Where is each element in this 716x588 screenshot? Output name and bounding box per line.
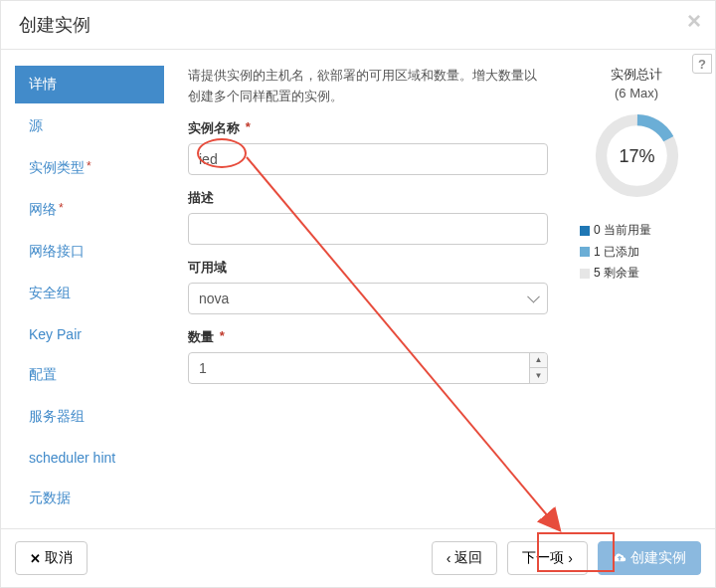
name-label: 实例名称 *: [188, 119, 548, 137]
sidebar-item-servergroups[interactable]: 服务器组: [15, 398, 164, 436]
sidebar-item-secgroups[interactable]: 安全组: [15, 275, 164, 312]
donut-percent: 17%: [619, 146, 654, 166]
count-input[interactable]: [188, 352, 548, 384]
legend-swatch: [580, 247, 590, 257]
required-asterisk: *: [220, 328, 225, 343]
chevron-right-icon: ›: [568, 550, 573, 566]
required-asterisk: *: [246, 119, 251, 134]
sidebar-item-label: 元数据: [29, 490, 71, 505]
usage-donut-chart: 17%: [590, 108, 684, 203]
count-label: 数量 *: [188, 328, 548, 346]
wizard-sidebar: 详情 源 实例类型* 网络* 网络接口 安全组 Key Pair 配置 服务器组…: [15, 66, 164, 528]
chevron-left-icon: ‹: [447, 550, 451, 566]
sidebar-item-flavor[interactable]: 实例类型*: [15, 149, 164, 187]
legend-swatch: [580, 226, 590, 236]
sidebar-item-label: 安全组: [29, 285, 71, 300]
sidebar-item-metadata[interactable]: 元数据: [15, 480, 164, 517]
count-step-down[interactable]: ▼: [529, 368, 547, 383]
sidebar-item-ports[interactable]: 网络接口: [15, 233, 164, 271]
sidebar-item-networks[interactable]: 网络*: [15, 191, 164, 229]
sidebar-item-label: scheduler hint: [29, 450, 115, 466]
required-asterisk: *: [87, 159, 91, 173]
intro-text: 请提供实例的主机名，欲部署的可用区域和数量。增大数量以创建多个同样配置的实例。: [188, 66, 548, 107]
required-asterisk: *: [59, 201, 64, 215]
modal-footer: ✕取消 ‹返回 下一项› 创建实例: [1, 528, 715, 587]
sidebar-item-scheduler[interactable]: scheduler hint: [15, 440, 164, 476]
sidebar-item-keypair[interactable]: Key Pair: [15, 316, 164, 352]
x-icon: ✕: [30, 551, 41, 566]
create-instance-modal: 创建实例 × ? 详情 源 实例类型* 网络* 网络接口 安全组 Key Pai…: [0, 0, 716, 588]
modal-body: 详情 源 实例类型* 网络* 网络接口 安全组 Key Pair 配置 服务器组…: [1, 50, 715, 528]
modal-title: 创建实例: [19, 13, 697, 37]
back-button[interactable]: ‹返回: [432, 541, 498, 575]
desc-label: 描述: [188, 189, 548, 207]
legend: 0 当前用量 1 已添加 5 剩余量: [572, 220, 701, 285]
next-button[interactable]: 下一项›: [507, 541, 588, 575]
count-step-up[interactable]: ▲: [529, 353, 547, 369]
modal-header: 创建实例 ×: [1, 1, 715, 50]
stats-title: 实例总计: [572, 66, 701, 84]
legend-item-current: 0 当前用量: [580, 220, 701, 242]
help-icon[interactable]: ?: [692, 54, 712, 74]
instance-name-input[interactable]: [188, 143, 548, 175]
sidebar-item-label: 详情: [29, 76, 57, 92]
legend-item-added: 1 已添加: [580, 242, 701, 264]
legend-swatch: [580, 269, 590, 279]
cancel-button[interactable]: ✕取消: [15, 541, 88, 575]
launch-button[interactable]: 创建实例: [598, 541, 701, 575]
sidebar-item-label: 配置: [29, 366, 57, 382]
availability-zone-select[interactable]: nova: [188, 283, 548, 314]
cloud-upload-icon: [613, 553, 626, 563]
sidebar-item-label: 网络接口: [29, 243, 85, 259]
sidebar-item-label: Key Pair: [29, 326, 82, 342]
main-content: 请提供实例的主机名，欲部署的可用区域和数量。增大数量以创建多个同样配置的实例。 …: [188, 66, 701, 528]
description-input[interactable]: [188, 213, 548, 245]
zone-label: 可用域: [188, 259, 548, 277]
stats-subtitle: (6 Max): [572, 86, 701, 100]
stats-panel: 实例总计 (6 Max) 17% 0 当前用量 1 已添加 5 剩余量: [572, 66, 701, 528]
sidebar-item-label: 实例类型: [29, 159, 85, 175]
close-icon[interactable]: ×: [687, 9, 701, 33]
sidebar-item-source[interactable]: 源: [15, 107, 164, 145]
sidebar-item-config[interactable]: 配置: [15, 356, 164, 394]
legend-item-remaining: 5 剩余量: [580, 263, 701, 285]
sidebar-item-label: 服务器组: [29, 408, 85, 424]
sidebar-item-label: 源: [29, 117, 43, 133]
form-column: 请提供实例的主机名，欲部署的可用区域和数量。增大数量以创建多个同样配置的实例。 …: [188, 66, 548, 528]
sidebar-item-details[interactable]: 详情: [15, 66, 164, 103]
sidebar-item-label: 网络: [29, 201, 57, 217]
